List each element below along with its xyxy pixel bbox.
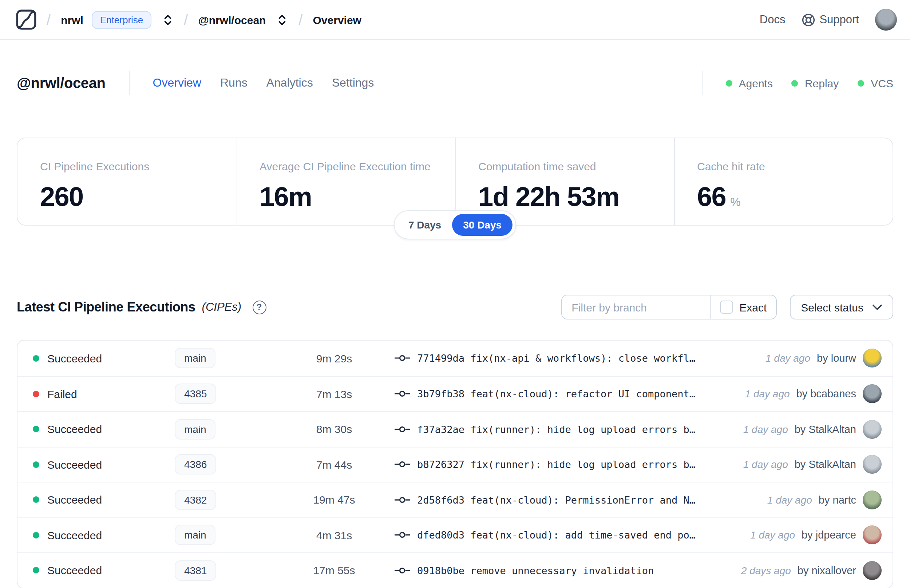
stat-ci-pipeline-executions: CI Pipeline Executions 260 (18, 138, 236, 225)
breadcrumb-org[interactable]: nrwl (61, 13, 83, 26)
cipe-section-header: Latest CI Pipeline Executions (CIPEs) ? … (17, 295, 893, 320)
help-icon[interactable]: ? (252, 300, 266, 314)
commit-icon (394, 390, 410, 399)
timestamp: 2 days ago (741, 565, 791, 577)
tab-analytics[interactable]: Analytics (267, 76, 313, 89)
life-buoy-icon (801, 13, 815, 27)
duration: 7m 13s (280, 388, 389, 400)
commit-message[interactable]: 771499da fix(nx-api & workflows): close … (417, 352, 695, 364)
duration: 4m 31s (280, 529, 389, 541)
table-row[interactable]: Failed 4385 7m 13s 3b79fb38 feat(nx-clou… (18, 376, 892, 411)
page-title: @nrwl/ocean (17, 74, 105, 91)
indicator-vcs[interactable]: VCS (858, 77, 893, 89)
nx-cloud-logo-icon[interactable] (16, 10, 36, 30)
commit-icon (394, 566, 410, 575)
status-label: Succeeded (47, 423, 175, 436)
status-dot (33, 391, 39, 397)
tab-runs[interactable]: Runs (220, 76, 247, 89)
table-row[interactable]: Succeeded main 9m 29s 771499da fix(nx-ap… (18, 341, 892, 376)
duration: 9m 29s (280, 352, 389, 365)
status-dot (792, 80, 798, 86)
avatar[interactable] (863, 455, 882, 474)
avatar[interactable] (863, 420, 882, 439)
docs-link[interactable]: Docs (760, 13, 786, 26)
divider (129, 71, 129, 95)
author: by jdpearce (802, 530, 856, 541)
commit-icon (394, 460, 410, 469)
avatar[interactable] (863, 561, 882, 580)
status-label: Succeeded (47, 494, 175, 506)
breadcrumb-workspace[interactable]: @nrwl/ocean (198, 13, 266, 26)
status-dot (726, 80, 732, 86)
status-dot (33, 567, 39, 574)
branch-badge[interactable]: 4381 (175, 561, 216, 581)
branch-badge[interactable]: main (175, 419, 216, 439)
commit-message[interactable]: 3b79fb38 feat(nx-cloud): refactor UI com… (417, 388, 695, 400)
duration: 17m 55s (280, 564, 389, 577)
status-dot (33, 355, 39, 362)
status-label: Succeeded (47, 352, 175, 365)
table-row[interactable]: Succeeded 4381 17m 55s 0918b0be remove u… (18, 552, 892, 588)
commit-message[interactable]: dfed80d3 feat(nx-cloud): add time-saved … (417, 530, 695, 541)
timestamp: 1 day ago (745, 388, 790, 400)
tab-settings[interactable]: Settings (332, 76, 374, 89)
indicator-replay[interactable]: Replay (792, 77, 839, 89)
commit-icon (394, 425, 410, 434)
stat-label: Cache hit rate (697, 160, 870, 173)
author: by StalkAltan (795, 459, 856, 470)
indicator-agents[interactable]: Agents (726, 77, 773, 89)
duration: 8m 30s (280, 423, 389, 436)
branch-badge[interactable]: 4386 (175, 454, 216, 475)
author: by StalkAltan (795, 423, 856, 435)
tab-overview[interactable]: Overview (153, 76, 201, 89)
cipe-table: Succeeded main 9m 29s 771499da fix(nx-ap… (17, 340, 893, 588)
toggle-30-days[interactable]: 30 Days (452, 214, 512, 236)
section-title: Latest CI Pipeline Executions (17, 299, 196, 315)
status-dot (33, 461, 39, 468)
stat-value: 66% (697, 182, 870, 213)
toggle-7-days[interactable]: 7 Days (398, 214, 452, 236)
table-row[interactable]: Succeeded 4386 7m 44s b8726327 fix(runne… (18, 446, 892, 482)
commit-message[interactable]: 2d58f6d3 feat(nx-cloud): PermissionError… (417, 494, 695, 506)
branch-badge[interactable]: main (175, 348, 216, 368)
commit-message[interactable]: f37a32ae fix(runner): hide log upload er… (417, 423, 695, 435)
stat-value: 260 (40, 182, 214, 213)
exact-checkbox[interactable] (719, 300, 733, 313)
avatar[interactable] (863, 491, 882, 509)
commit-message[interactable]: 0918b0be remove unnecessary invalidation (417, 565, 654, 577)
user-avatar[interactable] (875, 9, 897, 31)
stat-value: 16m (260, 182, 432, 213)
status-dot (33, 426, 39, 433)
commit-icon (394, 531, 410, 540)
workspace-switcher-icon[interactable] (276, 12, 288, 27)
commit-icon (394, 354, 410, 363)
author: by bcabanes (797, 388, 856, 400)
table-row[interactable]: Succeeded 4382 19m 47s 2d58f6d3 feat(nx-… (18, 482, 892, 517)
table-row[interactable]: Succeeded main 8m 30s f37a32ae fix(runne… (18, 411, 892, 446)
branch-badge[interactable]: main (175, 525, 216, 546)
timestamp: 1 day ago (766, 352, 810, 364)
divider (702, 71, 703, 95)
branch-filter-input[interactable] (562, 296, 710, 319)
select-status-dropdown[interactable]: Select status (790, 295, 893, 320)
enterprise-badge: Enterprise (92, 11, 152, 29)
support-label: Support (819, 13, 859, 26)
stat-label: Average CI Pipeline Execution time (260, 160, 432, 173)
time-range-toggle: 7 Days 30 Days (394, 210, 516, 239)
branch-badge[interactable]: 4382 (175, 490, 216, 510)
author: by nartc (819, 494, 856, 506)
status-label: Succeeded (47, 459, 175, 471)
breadcrumb-separator: / (299, 11, 302, 28)
avatar[interactable] (863, 349, 882, 368)
duration: 19m 47s (280, 494, 389, 506)
avatar[interactable] (863, 526, 882, 545)
commit-message[interactable]: b8726327 fix(runner): hide log upload er… (417, 459, 695, 470)
stat-value: 1d 22h 53m (478, 182, 651, 213)
branch-filter-group: Exact (561, 295, 777, 320)
support-link[interactable]: Support (801, 13, 859, 27)
table-row[interactable]: Succeeded main 4m 31s dfed80d3 feat(nx-c… (18, 517, 892, 552)
branch-badge[interactable]: 4385 (175, 384, 216, 404)
org-switcher-icon[interactable] (161, 12, 174, 27)
avatar[interactable] (863, 384, 882, 404)
status-label: Succeeded (47, 529, 175, 541)
